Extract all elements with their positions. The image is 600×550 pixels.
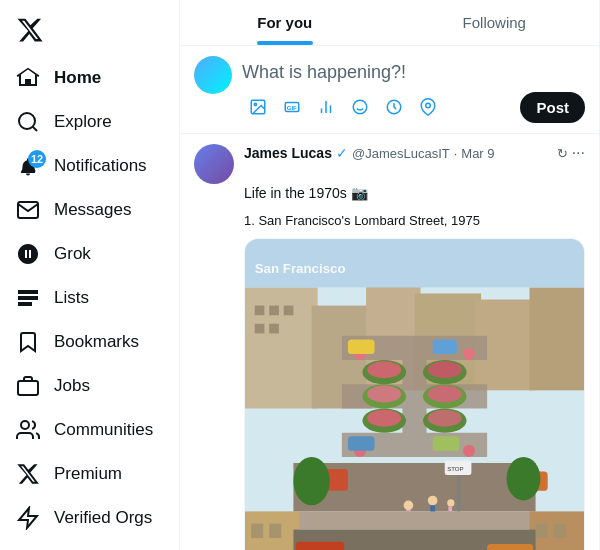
svg-rect-3: [19, 297, 37, 299]
svg-rect-4: [19, 303, 31, 305]
svg-point-48: [463, 348, 475, 360]
compose-poll-icon[interactable]: [310, 91, 342, 123]
svg-rect-31: [269, 305, 279, 315]
sidebar-item-jobs-label: Jobs: [54, 376, 90, 396]
sidebar-item-communities[interactable]: Communities: [0, 408, 179, 452]
envelope-icon: [16, 198, 40, 222]
sidebar-item-profile[interactable]: Profile: [0, 540, 179, 550]
post-button[interactable]: Post: [520, 92, 585, 123]
svg-point-64: [293, 457, 329, 505]
sidebar-item-premium[interactable]: Premium: [0, 452, 179, 496]
tweet-username[interactable]: James Lucas: [244, 145, 332, 161]
sidebar-item-bookmarks-label: Bookmarks: [54, 332, 139, 352]
svg-point-12: [254, 103, 256, 105]
svg-rect-30: [255, 305, 265, 315]
svg-point-0: [19, 113, 35, 129]
tab-for-you[interactable]: For you: [180, 0, 390, 45]
sidebar-item-bookmarks[interactable]: Bookmarks: [0, 320, 179, 364]
main-content: For you Following What is happening?!: [180, 0, 600, 550]
sidebar-item-notifications[interactable]: 12 Notifications: [0, 144, 179, 188]
sidebar-item-lists-label: Lists: [54, 288, 89, 308]
svg-point-41: [367, 361, 401, 378]
feed-tabs: For you Following: [180, 0, 599, 46]
sidebar-item-home[interactable]: Home: [0, 56, 179, 100]
tweet-meta: James Lucas ✓ @JamesLucasIT · Mar 9 ↻ ··…: [244, 144, 585, 162]
sidebar-item-grok[interactable]: Grok: [0, 232, 179, 276]
tweet-dot: ·: [454, 146, 458, 161]
svg-rect-75: [554, 523, 566, 538]
jobs-icon: [16, 374, 40, 398]
compose-image-icon[interactable]: [242, 91, 274, 123]
sidebar: Home Explore 12 Notifications Message: [0, 0, 180, 550]
svg-point-65: [507, 457, 541, 501]
svg-text:San Francisco: San Francisco: [255, 261, 346, 276]
svg-line-1: [33, 127, 37, 131]
svg-point-45: [367, 409, 401, 426]
svg-rect-34: [269, 324, 279, 334]
sidebar-item-verified-orgs-label: Verified Orgs: [54, 508, 152, 528]
home-icon: [16, 66, 40, 90]
compose-right: What is happening?! GIF: [242, 56, 585, 123]
sidebar-item-messages-label: Messages: [54, 200, 131, 220]
tweet-verified-icon: ✓: [336, 145, 348, 161]
compose-avatar: [194, 56, 232, 94]
notification-badge: 12: [28, 150, 46, 168]
compose-emoji-icon[interactable]: [344, 91, 376, 123]
communities-icon: [16, 418, 40, 442]
svg-point-50: [463, 445, 475, 457]
grok-icon: [16, 242, 40, 266]
svg-rect-33: [255, 324, 265, 334]
tweet-menu: ↻ ···: [557, 144, 585, 162]
svg-point-43: [367, 385, 401, 402]
sidebar-item-grok-label: Grok: [54, 244, 91, 264]
premium-icon: [16, 462, 40, 486]
svg-rect-77: [296, 541, 344, 550]
compose-gif-icon[interactable]: GIF: [276, 91, 308, 123]
tweet-date: Mar 9: [461, 146, 494, 161]
x-logo[interactable]: [0, 8, 179, 52]
svg-rect-29: [530, 287, 584, 390]
compose-schedule-icon[interactable]: [378, 91, 410, 123]
tab-following[interactable]: Following: [390, 0, 600, 45]
svg-point-60: [428, 495, 438, 505]
sidebar-item-notifications-label: Notifications: [54, 156, 147, 176]
sidebar-item-messages[interactable]: Messages: [0, 188, 179, 232]
compose-placeholder[interactable]: What is happening?!: [242, 56, 585, 83]
tweet-refresh-icon: ↻: [557, 146, 568, 161]
compose-location-icon[interactable]: [412, 91, 444, 123]
compose-area: What is happening?! GIF: [180, 46, 599, 134]
tweet-handle[interactable]: @JamesLucasIT: [352, 146, 450, 161]
svg-point-62: [447, 499, 454, 506]
svg-point-58: [404, 500, 414, 510]
sidebar-item-communities-label: Communities: [54, 420, 153, 440]
tweet-body: Life in the 1970s 📷 1. San Francisco's L…: [244, 184, 585, 550]
sidebar-item-explore[interactable]: Explore: [0, 100, 179, 144]
tweet-header: James Lucas ✓ @JamesLucasIT · Mar 9 ↻ ··…: [194, 144, 585, 184]
tweet-text: Life in the 1970s 📷: [244, 184, 585, 204]
sidebar-item-jobs[interactable]: Jobs: [0, 364, 179, 408]
svg-rect-5: [18, 381, 38, 395]
svg-point-46: [428, 409, 462, 426]
svg-rect-54: [433, 436, 460, 451]
svg-text:STOP: STOP: [447, 466, 463, 472]
tweet-image[interactable]: STOP San Francisco: [244, 238, 585, 550]
tweet-avatar[interactable]: [194, 144, 234, 184]
tweet-subtitle: 1. San Francisco's Lombard Street, 1975: [244, 212, 585, 230]
svg-text:GIF: GIF: [287, 105, 297, 111]
tweet-item: James Lucas ✓ @JamesLucasIT · Mar 9 ↻ ··…: [180, 134, 599, 550]
sidebar-item-lists[interactable]: Lists: [0, 276, 179, 320]
bookmark-icon: [16, 330, 40, 354]
sidebar-item-explore-label: Explore: [54, 112, 112, 132]
svg-rect-72: [251, 523, 263, 538]
svg-rect-53: [348, 436, 375, 451]
sidebar-item-home-label: Home: [54, 68, 101, 88]
svg-rect-73: [269, 523, 281, 538]
tweet-meta-top: James Lucas ✓ @JamesLucasIT · Mar 9 ↻ ··…: [244, 144, 585, 162]
sidebar-item-verified-orgs[interactable]: Verified Orgs: [0, 496, 179, 540]
svg-rect-32: [284, 305, 294, 315]
compose-actions: GIF: [242, 91, 585, 123]
svg-point-22: [426, 103, 431, 108]
svg-point-44: [428, 385, 462, 402]
tweet-more-icon[interactable]: ···: [572, 144, 585, 162]
svg-rect-74: [536, 523, 548, 538]
